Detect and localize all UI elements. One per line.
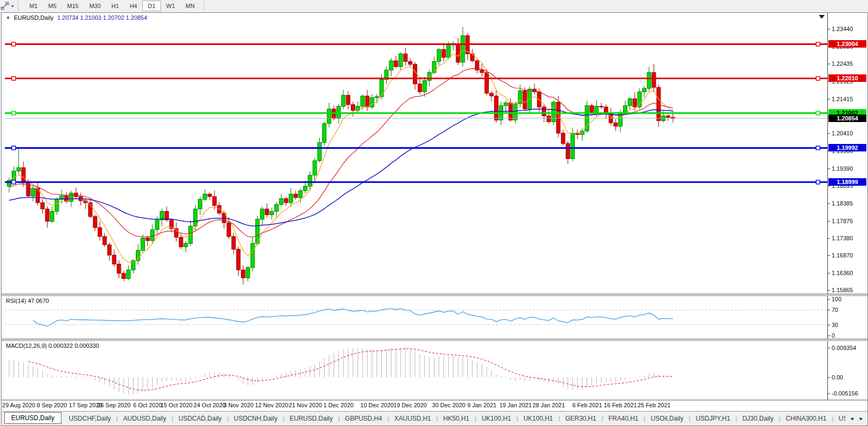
chart-tab-usdjpy-h1[interactable]: USDJPY,H1 — [690, 415, 735, 422]
timeframe-button-w1[interactable]: W1 — [161, 1, 181, 11]
price-tick-label: 1.23440 — [832, 26, 853, 32]
rsi-pane: RSI(14) 47.0670 10070300 — [2, 295, 867, 339]
chart-tab-hk50-h1[interactable]: HK50,H1 — [438, 415, 475, 422]
price-tick — [828, 169, 830, 169]
price-tick-label: 1.15865 — [832, 287, 853, 293]
level-handle[interactable] — [12, 111, 16, 115]
chart-tab-china300-h1[interactable]: CHINA300,H1 — [780, 415, 832, 422]
chart-tab-usoil[interactable]: USOil, — [833, 415, 846, 422]
trendline-tool-icon — [1, 2, 9, 10]
chart-tabs-bar: EURUSD,DailyUSDCHF,Daily|AUDUSD,Daily|US… — [2, 411, 867, 425]
tabs-scroll-right-icon[interactable]: ► — [859, 416, 864, 421]
timeframe-button-d1[interactable]: D1 — [142, 1, 160, 11]
chart-tab-eurusd-daily[interactable]: EURUSD,Daily — [285, 415, 339, 422]
macd-label: MACD(12,26,9) 0.000322 0.000330 — [6, 343, 99, 349]
timeframe-button-m5[interactable]: M5 — [43, 1, 62, 11]
macd-tick-label: 0.00 — [832, 374, 843, 381]
level-handle[interactable] — [816, 77, 820, 80]
price-tick-label: 1.16870 — [832, 252, 853, 258]
timeframe-button-m15[interactable]: M15 — [62, 1, 84, 11]
tabs-scroll-arrows: ◄ ► — [846, 416, 867, 421]
chart-tab-ger30-h1[interactable]: GER30,H1 — [560, 415, 602, 422]
rsi-tick-label: 0 — [832, 332, 835, 339]
chart-tab-dj30-daily[interactable]: DJ30,Daily — [737, 415, 779, 422]
price-tick-label: 1.17380 — [832, 235, 853, 241]
chart-symbol-label: EURUSD,Daily — [14, 14, 53, 21]
price-tick — [828, 255, 830, 256]
price-tick — [828, 203, 830, 204]
level-handle[interactable] — [816, 146, 820, 150]
rsi-label: RSI(14) 47.0670 — [6, 298, 49, 304]
price-axis: 1.234401.229301.224351.219251.214151.209… — [827, 13, 867, 294]
price-tick — [828, 29, 830, 29]
chart-tab-eurusd-daily[interactable]: EURUSD,Daily — [4, 412, 62, 424]
rsi-canvas[interactable] — [5, 296, 828, 339]
chart-tab-usdchf-daily[interactable]: USDCHF,Daily — [64, 415, 117, 422]
level-handle[interactable] — [12, 180, 16, 184]
price-tick-label: 1.21415 — [832, 96, 853, 102]
rsi-tick — [828, 325, 830, 325]
chart-tab-usoil-daily[interactable]: USOil,Daily — [646, 415, 689, 422]
chart-tabs: EURUSD,DailyUSDCHF,Daily|AUDUSD,Daily|US… — [3, 412, 846, 425]
level-handle[interactable] — [816, 42, 820, 46]
chart-tab-fra40-h1[interactable]: FRA40,H1 — [603, 415, 644, 422]
candlesticks — [7, 27, 675, 285]
rsi-tick-label: 100 — [832, 296, 841, 302]
price-tick — [828, 290, 830, 291]
trading-platform-app: ▼ M1M5M15M30H1H4D1W1MN ▼ EURUSD,Daily 1.… — [0, 0, 868, 426]
timeframe-button-m1[interactable]: M1 — [24, 1, 43, 11]
chart-tab-audusd-daily[interactable]: AUDUSD,Daily — [118, 415, 172, 422]
main-chart-pane: ▼ EURUSD,Daily 1.20734 1.21003 1.20702 1… — [2, 13, 867, 294]
chart-ohlc-values: 1.20734 1.21003 1.20702 1.20854 — [57, 14, 147, 21]
chevron-down-icon: ▼ — [11, 4, 14, 8]
level-handle[interactable] — [816, 111, 820, 115]
chart-title: ▼ EURUSD,Daily 1.20734 1.21003 1.20702 1… — [6, 14, 147, 21]
level-handle[interactable] — [12, 146, 16, 150]
rsi-tick — [828, 310, 830, 310]
price-tick-label: 1.19390 — [832, 165, 853, 172]
tabs-scroll-left-icon[interactable]: ◄ — [849, 416, 854, 421]
chart-window: ▼ EURUSD,Daily 1.20734 1.21003 1.20702 1… — [1, 12, 868, 426]
toolbar-separator — [204, 2, 204, 10]
chart-tab-uk100-h1[interactable]: UK100,H1 — [476, 415, 516, 422]
price-tick — [828, 133, 830, 134]
price-tick-label: 1.16360 — [832, 270, 853, 276]
chart-tool-button[interactable]: ▼ — [0, 2, 17, 10]
chart-tab-usdcnh-daily[interactable]: USDCNH,Daily — [228, 415, 282, 422]
price-tick — [828, 186, 830, 186]
chart-tab-gbpusd-h4[interactable]: GBPUSD,H4 — [340, 415, 387, 422]
macd-tick-label: -0.005156 — [832, 390, 858, 397]
timeframes-toolbar: ▼ M1M5M15M30H1H4D1W1MN — [0, 0, 868, 12]
macd-tick — [828, 377, 830, 378]
macd-canvas[interactable] — [5, 341, 828, 400]
price-tick-label: 1.20410 — [832, 130, 853, 136]
timeframe-button-h1[interactable]: H1 — [106, 1, 124, 11]
macd-tick-label: 0.009354 — [832, 345, 856, 351]
ma-55-line — [9, 109, 673, 226]
timeframe-button-m30[interactable]: M30 — [84, 1, 106, 11]
rsi-tick-label: 70 — [832, 307, 838, 313]
macd-signal-line — [28, 349, 673, 391]
price-tick — [828, 221, 830, 222]
price-tick — [828, 273, 830, 273]
price-tick-label: 1.17875 — [832, 218, 853, 224]
price-tick — [828, 238, 830, 239]
price-tick-label: 1.22435 — [832, 60, 853, 67]
timeframe-button-mn[interactable]: MN — [180, 1, 200, 11]
timeframe-button-h4[interactable]: H4 — [124, 1, 142, 11]
chart-shift-marker-icon[interactable] — [819, 15, 825, 19]
chart-tab-xauusd-h1[interactable]: XAUUSD,H1 — [389, 415, 436, 422]
chart-tab-usdcad-daily[interactable]: USDCAD,Daily — [173, 415, 227, 422]
level-handle[interactable] — [816, 180, 820, 184]
rsi-tick — [828, 299, 830, 300]
macd-histogram — [9, 347, 673, 395]
window-menu-icon[interactable]: ▼ — [6, 16, 10, 20]
level-handle[interactable] — [12, 42, 16, 46]
price-chart-canvas[interactable] — [5, 13, 828, 294]
price-level-badge-1.18999: 1.18999 — [828, 178, 866, 186]
rsi-axis: 10070300 — [827, 296, 867, 339]
level-handle[interactable] — [12, 77, 16, 80]
chart-tab-uk100-h1[interactable]: UK100,H1 — [518, 415, 558, 422]
price-level-badge-1.22010: 1.22010 — [828, 74, 866, 82]
timeframe-buttons: M1M5M15M30H1H4D1W1MN — [24, 1, 200, 11]
